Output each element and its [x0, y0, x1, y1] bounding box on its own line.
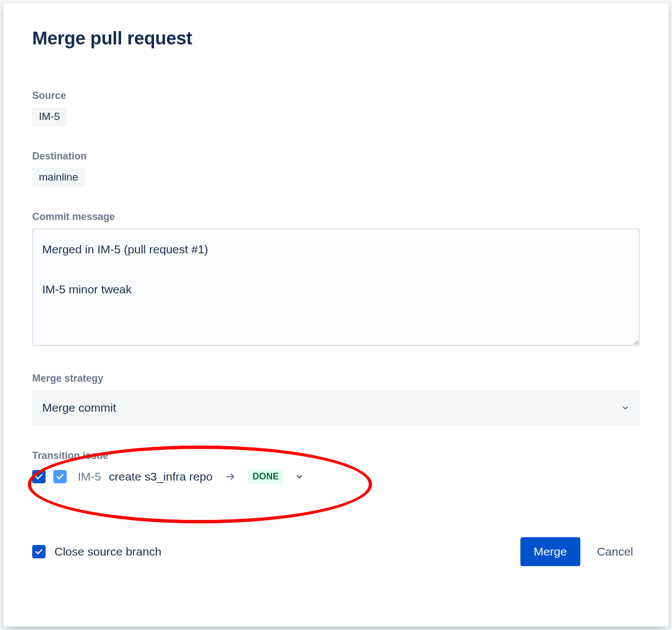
close-branch-checkbox[interactable] [32, 545, 46, 558]
chevron-down-icon [621, 403, 630, 412]
destination-branch-tag: mainline [32, 168, 85, 187]
merge-pull-request-dialog: Merge pull request Source IM-5 Destinati… [3, 3, 669, 627]
chevron-down-icon[interactable] [294, 472, 304, 482]
merge-strategy-field: Merge strategy Merge commit [32, 373, 640, 426]
transition-issue-field: Transition issue IM-5 create s3_infra re… [32, 450, 640, 484]
merge-strategy-select[interactable]: Merge commit [32, 390, 640, 426]
destination-field: Destination mainline [32, 151, 640, 187]
dialog-title: Merge pull request [32, 28, 640, 49]
source-field: Source IM-5 [32, 90, 640, 126]
source-label: Source [32, 90, 640, 102]
transition-checkbox-outer[interactable] [32, 470, 46, 483]
transition-status-badge[interactable]: DONE [248, 469, 283, 484]
check-icon [35, 548, 43, 555]
source-branch-tag: IM-5 [32, 107, 67, 126]
transition-issue-label: Transition issue [32, 450, 640, 462]
arrow-right-icon [225, 471, 236, 482]
transition-issue-row: IM-5 create s3_infra repo DONE [32, 469, 640, 484]
close-branch-label: Close source branch [54, 545, 162, 558]
close-branch-option[interactable]: Close source branch [32, 545, 162, 558]
merge-strategy-label: Merge strategy [32, 373, 640, 384]
commit-message-label: Commit message [32, 211, 640, 223]
merge-strategy-value: Merge commit [42, 401, 116, 414]
transition-issue-id: IM-5 [78, 470, 101, 483]
check-icon [35, 473, 43, 480]
transition-issue-title: create s3_infra repo [109, 470, 213, 483]
dialog-footer: Close source branch Merge Cancel [32, 537, 640, 566]
commit-message-input[interactable] [32, 228, 640, 346]
check-icon [56, 473, 64, 480]
merge-button[interactable]: Merge [520, 537, 580, 566]
transition-checkbox-issue[interactable] [53, 470, 67, 483]
cancel-button[interactable]: Cancel [590, 537, 640, 566]
footer-actions: Merge Cancel [520, 537, 640, 566]
commit-message-field: Commit message [32, 211, 640, 348]
destination-label: Destination [32, 151, 640, 162]
